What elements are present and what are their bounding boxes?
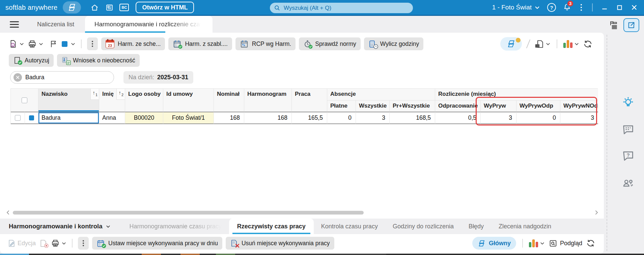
view-mode-button[interactable] <box>500 37 522 51</box>
col-header-imie[interactable]: Imię ↑ 2 <box>99 89 125 112</box>
flag-color-button[interactable] <box>50 40 76 48</box>
date-chip[interactable]: Na dzień: 2025-03-31 <box>123 71 193 84</box>
cell-platne[interactable]: 0 <box>327 112 356 124</box>
open-in-html-button[interactable]: Otwórz w HTML <box>136 2 194 13</box>
tab-zlecenia-nadgodzin[interactable]: Zlecenia nadgodzin <box>491 219 559 234</box>
company-selector[interactable]: 1 - Foto Świat <box>489 4 543 11</box>
tab-godziny-do-rozliczenia[interactable]: Godziny do rozliczenia <box>385 219 461 234</box>
cell-pr-wszystkie[interactable]: 168,5 <box>390 112 435 124</box>
col-header-umowa[interactable]: Id umowy <box>163 89 214 112</box>
row-checkbox[interactable] <box>15 115 21 121</box>
sort-badge-2[interactable]: ↑ 2 <box>116 89 125 100</box>
notifications-button[interactable]: 3 <box>560 1 575 14</box>
cell-nominal[interactable]: 168 <box>214 112 244 124</box>
col-header-harmonogram[interactable]: Harmonogram <box>244 89 292 112</box>
new-document-button[interactable] <box>9 39 24 48</box>
tab-harmonogramowanie-czasu-pracy[interactable]: Harmonogramowanie czasu pracy <box>122 219 229 234</box>
tab-harmonogramowanie-active[interactable]: Harmonogramowanie i rozliczenie czas <box>85 16 213 33</box>
more-actions-button-bottom[interactable] <box>78 237 89 250</box>
col-header-platne[interactable]: Płatne <box>327 100 356 112</box>
button-label: Podgląd <box>560 240 582 247</box>
cell-umowa[interactable]: Foto Świat/1 <box>163 112 214 124</box>
col-header-wyprywnodp[interactable]: WyPrywNOdp <box>560 100 598 112</box>
wniosek-o-nieobecnosc-button[interactable]: Wniosek o nieobecność <box>57 54 140 67</box>
cell-logo[interactable]: B00020 <box>125 112 163 124</box>
tips-button[interactable] <box>620 94 636 111</box>
cell-nazwisko[interactable]: Badura <box>38 112 99 124</box>
news-button[interactable] <box>102 1 117 13</box>
tab-naliczenia-list[interactable]: Naliczenia list <box>26 16 85 33</box>
feedback-button[interactable] <box>620 121 636 138</box>
glowny-view-button[interactable]: Główny <box>472 237 516 250</box>
col-header-praca[interactable]: Praca <box>292 89 327 112</box>
col-header-nazwisko[interactable]: Nazwisko ↑ 1 <box>38 89 99 112</box>
horizontal-scrollbar[interactable] <box>5 210 599 215</box>
harm-z-szablonu-button[interactable]: Harm. z szabl.... <box>168 37 232 50</box>
col-header-nominal[interactable]: Nominał <box>214 89 244 112</box>
chart-button-bottom[interactable] <box>529 239 545 247</box>
row-indicator-cell[interactable] <box>25 112 38 124</box>
clear-filter-button[interactable] <box>13 73 22 82</box>
delete-document-button-disabled[interactable] <box>39 239 48 248</box>
person-filter-box[interactable] <box>10 71 114 84</box>
cell-wszystkie[interactable]: 3 <box>356 112 390 124</box>
cell-wyprywnodp[interactable]: 3 <box>560 112 598 124</box>
harm-ze-schematu-button[interactable]: 23 Harm. ze sche... <box>101 37 165 50</box>
share-button[interactable] <box>623 18 639 32</box>
scrollbar-thumb[interactable] <box>13 211 364 215</box>
refresh-button[interactable] <box>583 39 592 49</box>
more-actions-button[interactable] <box>87 37 98 50</box>
autoryzuj-button[interactable]: Autoryzuj <box>9 54 54 67</box>
tab-rzeczywisty-czas-pracy[interactable]: Rzeczywisty czas pracy <box>229 219 314 234</box>
tab-bledy[interactable]: Błędy <box>461 219 491 234</box>
rcp-wg-harm-button[interactable]: RCP wg Harm. <box>235 37 296 50</box>
ustaw-miejsce-button[interactable]: Ustaw miejsce wykonywania pracy w dniu <box>92 237 222 250</box>
print-button-bottom[interactable] <box>51 239 66 248</box>
usun-miejsce-button[interactable]: Usuń miejsce wykonywania pracy <box>226 237 334 250</box>
select-all-checkbox[interactable] <box>22 97 27 103</box>
community-button[interactable] <box>620 175 636 192</box>
home-button[interactable] <box>87 1 102 13</box>
col-header-odpracowanie[interactable]: Odpracowanie <box>435 100 481 112</box>
person-filter-input[interactable] <box>25 74 100 81</box>
chart-button[interactable] <box>563 40 579 48</box>
cell-odpracowanie[interactable]: 0,5 <box>435 112 481 124</box>
col-header-logo[interactable]: Logo osoby <box>125 89 163 112</box>
cell-praca[interactable]: 165,5 <box>292 112 327 124</box>
refresh-button-bottom[interactable] <box>586 239 595 248</box>
help-faq-button[interactable]: ? <box>620 148 636 164</box>
more-menu-button[interactable] <box>575 1 587 13</box>
col-header-pr-wszystkie[interactable]: Pr+Wszystkie <box>390 100 435 112</box>
cell-imie[interactable]: Anna <box>99 112 125 124</box>
cell-wypryw[interactable]: 3 <box>481 112 516 124</box>
scroll-right-icon[interactable] <box>594 210 599 215</box>
news-icon <box>105 3 114 12</box>
divider <box>557 39 557 48</box>
edycja-button-disabled[interactable]: Edycja <box>7 239 36 248</box>
minimize-button[interactable] <box>597 1 612 14</box>
cell-harmonogram[interactable]: 168 <box>244 112 292 124</box>
export-document-button[interactable] <box>535 39 551 49</box>
sprawdz-normy-button[interactable]: Sprawdź normy <box>299 37 361 50</box>
bottom-view-selector[interactable]: Harmonogramowanie i kontrola <box>9 219 111 234</box>
tab-kontrola-czasu-pracy[interactable]: Kontrola czasu pracy <box>314 219 385 234</box>
col-header-wszystkie[interactable]: Wszystkie <box>356 100 390 112</box>
search-input[interactable]: Wyszukaj (Alt + Q) <box>270 3 413 13</box>
cell-wyprywodp[interactable]: 0 <box>516 112 560 124</box>
scroll-left-icon[interactable] <box>5 210 11 215</box>
chevron-down-icon <box>106 224 111 229</box>
bc-button[interactable]: BC <box>117 1 132 13</box>
report-layout-button[interactable] <box>609 20 619 30</box>
help-button[interactable]: ? <box>544 1 559 13</box>
col-header-wyprywodp[interactable]: WyPrywOdp <box>516 100 560 112</box>
scrollbar-track[interactable] <box>13 211 592 215</box>
menu-button[interactable] <box>7 16 21 33</box>
workspace-switcher-button[interactable] <box>63 1 81 13</box>
col-header-wypryw[interactable]: WyPryw <box>481 100 516 112</box>
wylicz-godziny-button[interactable]: Wylicz godziny <box>364 37 424 50</box>
close-button[interactable] <box>627 1 641 14</box>
maximize-button[interactable] <box>612 1 626 14</box>
sort-badge-1[interactable]: ↑ 1 <box>90 89 99 100</box>
podglad-button[interactable]: Podgląd <box>549 239 582 248</box>
print-button[interactable] <box>28 39 44 49</box>
